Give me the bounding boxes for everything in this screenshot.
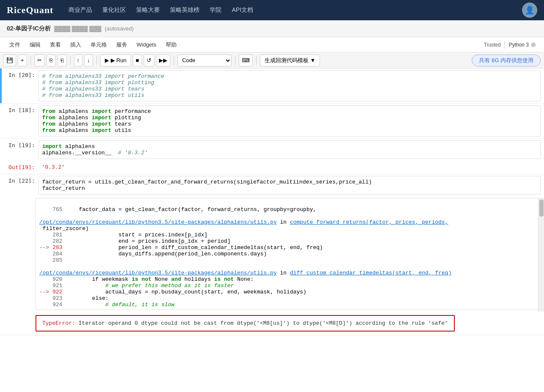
cell-prompt-20: In [20]: — [2, 69, 38, 103]
path-link-2[interactable]: /opt/conda/envs/ricequant/lib/python3.5/… — [39, 270, 277, 276]
error-box: TypeError: Iterator operand 0 dtype coul… — [36, 315, 455, 332]
move-down-button[interactable]: ↓ — [84, 55, 93, 66]
cell-wrapper-22: In [22]: factor_return = utils.get_clean… — [0, 174, 544, 335]
menu-widgets[interactable]: Widgets — [132, 40, 161, 49]
toolbar-sep-4 — [174, 56, 174, 65]
cell-22-traceback: 765 factor_data = get_clean_factor(facto… — [0, 196, 544, 313]
nav-item-community[interactable]: 量化社区 — [102, 5, 126, 16]
cell-prompt-22-err — [2, 313, 36, 335]
cell-wrapper-19: In [19]: import alphalens alphalens.__ve… — [0, 139, 544, 174]
toolbar: 💾 + ✂ ⎘ ⎗ ↑ ↓ ▶ ▶ Run ■ ↺ ▶▶ Code Markdo… — [0, 52, 544, 69]
cell-19-output: Out[19]: '0.3.2' — [0, 161, 544, 174]
traceback-inner: 765 factor_data = get_clean_factor(facto… — [36, 198, 538, 310]
cell-body-19[interactable]: import alphalens alphalens.__version__ #… — [38, 140, 541, 159]
cell-prompt-19: In [19]: — [2, 139, 38, 161]
menu-cell[interactable]: 单元格 — [86, 39, 111, 50]
keyboard-button[interactable]: ⌨ — [239, 55, 253, 66]
move-up-button[interactable]: ↑ — [74, 55, 83, 66]
cell-body-22[interactable]: factor_return = utils.get_clean_factor_a… — [38, 176, 541, 195]
fn-link-1[interactable]: compute_forward_returns(factor, prices, … — [290, 219, 448, 225]
cell-18: In [18]: from alphalens import performan… — [0, 104, 544, 138]
nav-item-contest[interactable]: 策略大赛 — [136, 5, 160, 16]
run-button[interactable]: ▶ ▶ Run — [100, 55, 131, 66]
menu-insert[interactable]: 插入 — [66, 39, 85, 50]
user-avatar[interactable]: 👤 — [522, 3, 537, 18]
toolbar-sep-6 — [256, 56, 257, 65]
nav-item-heroes[interactable]: 策略英雄榜 — [170, 5, 200, 16]
stop-button[interactable]: ■ — [133, 55, 142, 66]
scrollbar-thumb[interactable] — [539, 200, 544, 217]
menu-bar: 文件 编辑 查看 插入 单元格 服务 Widgets 帮助 Trusted Py… — [0, 37, 544, 52]
menu-view[interactable]: 查看 — [46, 39, 65, 50]
run-icon: ▶ — [105, 57, 109, 63]
kernel-status-circle — [531, 43, 536, 47]
cut-button[interactable]: ✂ — [34, 55, 45, 66]
trusted-badge: Trusted — [480, 41, 504, 49]
traceback-area[interactable]: 765 factor_data = get_clean_factor(facto… — [36, 198, 538, 310]
notebook-title-extras: ▓▓▓▓ ▓▓▓▓ ▓▓▓ — [54, 25, 101, 32]
cell-body-20[interactable]: # from alphalens33 import performance # … — [38, 70, 541, 101]
cell-wrapper-20: In [20]: # from alphalens33 import perfo… — [0, 69, 544, 104]
run-label: ▶ Run — [111, 57, 126, 63]
cell-type-select[interactable]: Code Markdown Raw NBConvert — [178, 55, 232, 66]
top-nav: RiceQuant 商业产品 量化社区 策略大赛 策略英雄榜 学院 API文档 … — [0, 0, 544, 20]
nav-item-academy[interactable]: 学院 — [210, 5, 221, 16]
cell-prompt-out-19: Out[19]: — [2, 161, 38, 174]
toolbar-sep-3 — [96, 56, 97, 65]
menu-service[interactable]: 服务 — [112, 39, 131, 50]
logo[interactable]: RiceQuant — [7, 5, 53, 16]
restart-button[interactable]: ↺ — [144, 55, 154, 66]
save-button[interactable]: 💾 — [3, 55, 16, 66]
nav-item-api[interactable]: API文档 — [232, 5, 253, 16]
copy-button[interactable]: ⎘ — [46, 55, 56, 66]
menu-help[interactable]: 帮助 — [161, 39, 181, 50]
paste-button[interactable]: ⎗ — [57, 55, 67, 66]
error-type: TypeError — [42, 320, 72, 326]
cell-body-18[interactable]: from alphalens import performance from a… — [38, 105, 541, 137]
memory-info-button[interactable]: 共有 6G 内存供您使用 — [472, 55, 541, 66]
fast-forward-button[interactable]: ▶▶ — [156, 55, 170, 66]
cell-wrapper-18: In [18]: from alphalens import performan… — [0, 104, 544, 139]
cell-20: In [20]: # from alphalens33 import perfo… — [0, 69, 544, 103]
cell-19-input: In [19]: import alphalens alphalens.__ve… — [0, 139, 544, 161]
add-cell-button[interactable]: + — [18, 55, 27, 66]
menu-edit[interactable]: 编辑 — [25, 39, 45, 50]
cell-prompt-18: In [18]: — [2, 104, 38, 138]
notebook-content: In [20]: # from alphalens33 import perfo… — [0, 69, 544, 335]
path-link-1[interactable]: /opt/conda/envs/ricequant/lib/python3.5/… — [39, 219, 277, 225]
cell-prompt-22-tb — [2, 196, 36, 313]
toolbar-sep-1 — [30, 56, 31, 65]
kernel-info: Python 3 — [506, 41, 539, 49]
scrollbar-track[interactable] — [538, 198, 544, 312]
nav-item-commercial[interactable]: 商业产品 — [68, 5, 92, 16]
menu-file[interactable]: 文件 — [5, 39, 25, 50]
cell-22-errorbox: TypeError: Iterator operand 0 dtype coul… — [0, 313, 544, 335]
cell-22-input: In [22]: factor_return = utils.get_clean… — [0, 174, 544, 196]
traceback-container: 765 factor_data = get_clean_factor(facto… — [36, 198, 544, 312]
fn-link-2[interactable]: diff_custom_calendar_timedeltas(start, e… — [290, 270, 451, 276]
notebook-title: 02-单因子IC分析 — [7, 25, 51, 33]
toolbar-sep-2 — [70, 56, 71, 65]
toolbar-sep-5 — [235, 56, 235, 65]
gen-template-button[interactable]: 生成回测代码模板 ▼ — [260, 55, 320, 66]
notebook-title-bar: 02-单因子IC分析 ▓▓▓▓ ▓▓▓▓ ▓▓▓ (autosaved) — [0, 20, 544, 37]
cell-prompt-22: In [22]: — [2, 174, 38, 196]
autosaved-label: (autosaved) — [105, 25, 134, 32]
cell-output-19: '0.3.2' — [38, 162, 541, 172]
